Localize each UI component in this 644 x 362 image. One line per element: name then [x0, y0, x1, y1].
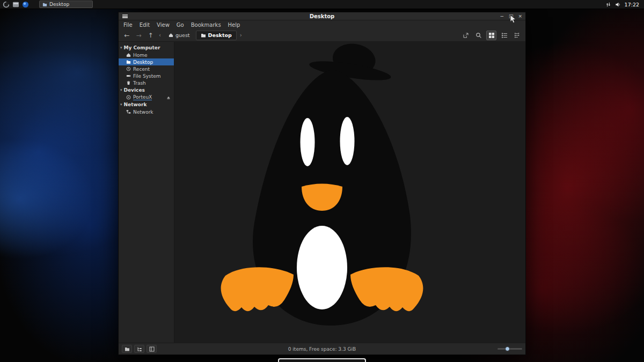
- penguin-belly: [297, 226, 347, 309]
- breadcrumb-current[interactable]: Desktop: [196, 31, 237, 40]
- chevron-down-icon: ▾: [120, 46, 122, 50]
- folder-icon: [126, 60, 131, 64]
- file-manager-launcher-icon[interactable]: [12, 1, 19, 8]
- titlebar[interactable]: Desktop − □ ×: [119, 12, 525, 20]
- penguin-eye-right: [340, 117, 355, 165]
- section-label: Network: [124, 102, 147, 107]
- path-scroll-left-icon[interactable]: ‹: [157, 32, 163, 38]
- search-icon[interactable]: [473, 31, 484, 40]
- chevron-down-icon: ▾: [120, 88, 122, 92]
- menu-file[interactable]: File: [123, 22, 133, 28]
- sidebar-item-recent[interactable]: Recent: [119, 65, 174, 72]
- list-view-icon[interactable]: [499, 31, 509, 40]
- sidebar-item-porteux[interactable]: PorteuX: [119, 94, 174, 101]
- sidebar: ▾ My Computer Home Desktop Recent: [119, 42, 174, 343]
- section-label: Devices: [124, 87, 145, 93]
- file-manager-window: Desktop − □ × File Edit View Go Bookmark…: [118, 12, 526, 355]
- penguin-graphic: [220, 43, 429, 335]
- path-scroll-right-icon[interactable]: ›: [238, 32, 244, 38]
- back-icon[interactable]: ←: [122, 32, 132, 39]
- sidebar-item-desktop[interactable]: Desktop: [119, 58, 174, 65]
- volume-icon[interactable]: [615, 2, 621, 8]
- sidebar-item-network[interactable]: Network: [119, 108, 174, 115]
- zoom-slider-thumb[interactable]: [505, 346, 510, 351]
- forward-icon[interactable]: →: [134, 32, 144, 39]
- menu-view[interactable]: View: [157, 22, 170, 28]
- folder-view[interactable]: [174, 42, 525, 343]
- taskbar: Desktop 17:22: [0, 0, 644, 9]
- item-label: File System: [133, 73, 160, 79]
- browser-launcher-icon[interactable]: [22, 1, 29, 8]
- sidebar-section-my-computer[interactable]: ▾ My Computer: [119, 44, 174, 51]
- toolbar: ← → ↑ ‹ guest Desktop ›: [119, 29, 525, 42]
- system-tray: 17:22: [605, 2, 641, 8]
- breadcrumb-home[interactable]: guest: [164, 31, 194, 40]
- taskbar-task-desktop[interactable]: Desktop: [39, 1, 93, 8]
- task-label: Desktop: [49, 2, 69, 7]
- item-label: PorteuX: [133, 94, 152, 100]
- item-label: Network: [133, 109, 153, 115]
- file-manager-body: ▾ My Computer Home Desktop Recent: [119, 42, 525, 343]
- menu-go[interactable]: Go: [177, 22, 184, 28]
- sidebar-item-trash[interactable]: Trash: [119, 79, 174, 86]
- item-label: Home: [133, 53, 148, 58]
- sidebar-item-file-system[interactable]: File System: [119, 72, 174, 79]
- status-text: 0 items, Free space: 3.3 GiB: [119, 346, 525, 352]
- statusbar: 0 items, Free space: 3.3 GiB: [119, 343, 525, 354]
- home-icon: [169, 33, 173, 38]
- network-icon: [126, 109, 131, 114]
- recent-icon: [126, 67, 131, 71]
- statusbar-places-button[interactable]: [122, 345, 132, 353]
- disc-icon: [126, 95, 131, 100]
- trash-icon: [126, 80, 131, 85]
- menubar: File Edit View Go Bookmarks Help: [119, 20, 525, 29]
- minimize-button[interactable]: −: [500, 14, 504, 19]
- zoom-slider[interactable]: [497, 348, 522, 350]
- menu-edit[interactable]: Edit: [140, 22, 150, 28]
- clock[interactable]: 17:22: [625, 2, 639, 8]
- network-tray-icon[interactable]: [605, 2, 611, 8]
- sidebar-item-home[interactable]: Home: [119, 51, 174, 58]
- up-icon[interactable]: ↑: [145, 32, 156, 39]
- section-label: My Computer: [124, 45, 160, 50]
- distro-logo-icon[interactable]: [3, 1, 10, 8]
- desktop: Desktop 17:22 Desktop − □ × File Edit: [0, 0, 644, 362]
- item-label: Desktop: [133, 60, 153, 65]
- penguin-eye-left: [301, 118, 315, 166]
- item-label: Recent: [133, 67, 150, 72]
- maximize-button[interactable]: □: [509, 14, 514, 19]
- chevron-down-icon: ▾: [120, 102, 122, 107]
- window-task-icon: [42, 2, 47, 7]
- breadcrumb-home-label: guest: [175, 32, 190, 38]
- compact-view-icon[interactable]: [512, 31, 522, 40]
- folder-icon: [201, 33, 206, 38]
- zoom-slider-track[interactable]: [497, 348, 522, 350]
- window-title: Desktop: [119, 13, 525, 19]
- home-icon: [126, 53, 131, 57]
- eject-icon[interactable]: [166, 95, 171, 100]
- background-window-edge[interactable]: [278, 358, 366, 362]
- menu-help[interactable]: Help: [228, 22, 240, 28]
- close-button[interactable]: ×: [518, 14, 522, 19]
- statusbar-tree-button[interactable]: [134, 345, 144, 353]
- menu-bookmarks[interactable]: Bookmarks: [191, 22, 221, 28]
- sidebar-section-devices[interactable]: ▾ Devices: [119, 86, 174, 94]
- filesystem-icon: [126, 73, 131, 78]
- breadcrumb-current-label: Desktop: [208, 32, 232, 38]
- toolbar-right: [460, 31, 522, 40]
- hamburger-menu-icon[interactable]: [122, 14, 128, 18]
- item-label: Trash: [133, 80, 146, 86]
- open-location-icon[interactable]: [460, 31, 471, 40]
- icon-view-icon[interactable]: [486, 31, 496, 40]
- window-controls: − □ ×: [500, 12, 522, 20]
- statusbar-pane-button[interactable]: [147, 345, 157, 353]
- sidebar-section-network[interactable]: ▾ Network: [119, 101, 174, 108]
